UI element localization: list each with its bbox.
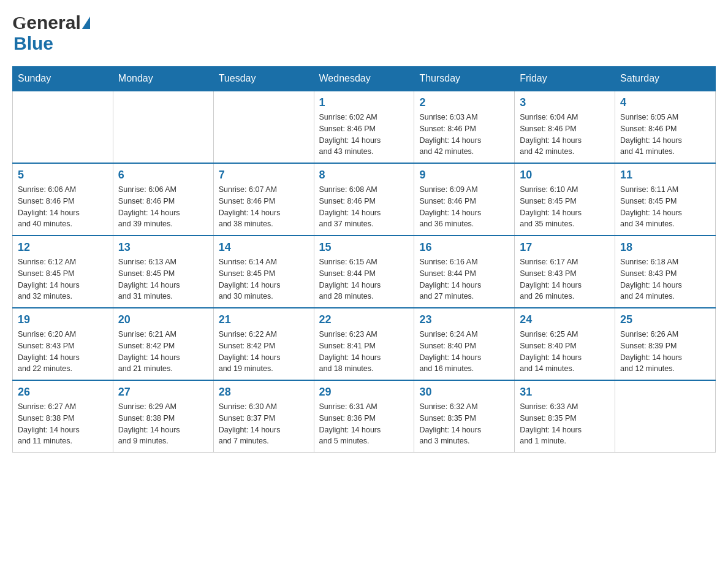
day-info: Sunrise: 6:06 AM Sunset: 8:46 PM Dayligh…: [18, 184, 108, 230]
day-number: 4: [620, 96, 710, 109]
day-number: 31: [520, 386, 610, 399]
calendar-cell: 6Sunrise: 6:06 AM Sunset: 8:46 PM Daylig…: [113, 163, 213, 236]
calendar-cell: 27Sunrise: 6:29 AM Sunset: 8:38 PM Dayli…: [113, 380, 213, 453]
day-info: Sunrise: 6:12 AM Sunset: 8:45 PM Dayligh…: [18, 256, 108, 302]
calendar-week-4: 19Sunrise: 6:20 AM Sunset: 8:43 PM Dayli…: [13, 308, 716, 380]
logo: G eneral Blue: [12, 12, 90, 54]
calendar-cell: 10Sunrise: 6:10 AM Sunset: 8:45 PM Dayli…: [515, 163, 615, 236]
day-number: 21: [219, 313, 309, 326]
calendar-week-2: 5Sunrise: 6:06 AM Sunset: 8:46 PM Daylig…: [13, 163, 716, 236]
calendar-cell: [213, 91, 314, 163]
day-number: 3: [520, 96, 610, 109]
day-info: Sunrise: 6:32 AM Sunset: 8:35 PM Dayligh…: [419, 401, 509, 447]
calendar-cell: 1Sunrise: 6:02 AM Sunset: 8:46 PM Daylig…: [314, 91, 414, 163]
day-info: Sunrise: 6:03 AM Sunset: 8:46 PM Dayligh…: [419, 112, 509, 158]
day-header-friday: Friday: [515, 67, 615, 91]
day-header-sunday: Sunday: [13, 67, 113, 91]
day-info: Sunrise: 6:06 AM Sunset: 8:46 PM Dayligh…: [118, 184, 208, 230]
logo-triangle-icon: [82, 17, 90, 29]
day-info: Sunrise: 6:24 AM Sunset: 8:40 PM Dayligh…: [419, 329, 509, 375]
day-info: Sunrise: 6:21 AM Sunset: 8:42 PM Dayligh…: [118, 329, 208, 375]
day-header-thursday: Thursday: [414, 67, 515, 91]
calendar-cell: 2Sunrise: 6:03 AM Sunset: 8:46 PM Daylig…: [414, 91, 515, 163]
day-number: 10: [520, 169, 610, 182]
calendar-cell: 25Sunrise: 6:26 AM Sunset: 8:39 PM Dayli…: [615, 308, 716, 380]
day-number: 23: [419, 313, 509, 326]
calendar-cell: 5Sunrise: 6:06 AM Sunset: 8:46 PM Daylig…: [13, 163, 113, 236]
day-info: Sunrise: 6:11 AM Sunset: 8:45 PM Dayligh…: [620, 184, 710, 230]
day-number: 26: [18, 386, 108, 399]
calendar-cell: 15Sunrise: 6:15 AM Sunset: 8:44 PM Dayli…: [314, 236, 414, 308]
calendar-week-3: 12Sunrise: 6:12 AM Sunset: 8:45 PM Dayli…: [13, 236, 716, 308]
day-info: Sunrise: 6:25 AM Sunset: 8:40 PM Dayligh…: [520, 329, 610, 375]
day-number: 16: [419, 241, 509, 254]
logo-eneral-text: eneral: [26, 12, 80, 33]
calendar-cell: 23Sunrise: 6:24 AM Sunset: 8:40 PM Dayli…: [414, 308, 515, 380]
calendar-cell: 22Sunrise: 6:23 AM Sunset: 8:41 PM Dayli…: [314, 308, 414, 380]
calendar-cell: 26Sunrise: 6:27 AM Sunset: 8:38 PM Dayli…: [13, 380, 113, 453]
day-info: Sunrise: 6:23 AM Sunset: 8:41 PM Dayligh…: [319, 329, 409, 375]
day-number: 15: [319, 241, 409, 254]
day-number: 29: [319, 386, 409, 399]
calendar-cell: 11Sunrise: 6:11 AM Sunset: 8:45 PM Dayli…: [615, 163, 716, 236]
day-header-saturday: Saturday: [615, 67, 716, 91]
day-number: 9: [419, 169, 509, 182]
calendar-body: 1Sunrise: 6:02 AM Sunset: 8:46 PM Daylig…: [13, 91, 716, 453]
calendar-cell: [13, 91, 113, 163]
calendar-cell: 20Sunrise: 6:21 AM Sunset: 8:42 PM Dayli…: [113, 308, 213, 380]
day-info: Sunrise: 6:30 AM Sunset: 8:37 PM Dayligh…: [219, 401, 309, 447]
calendar-cell: 24Sunrise: 6:25 AM Sunset: 8:40 PM Dayli…: [515, 308, 615, 380]
day-number: 17: [520, 241, 610, 254]
days-of-week-row: SundayMondayTuesdayWednesdayThursdayFrid…: [13, 67, 716, 91]
day-info: Sunrise: 6:17 AM Sunset: 8:43 PM Dayligh…: [520, 256, 610, 302]
day-number: 1: [319, 96, 409, 109]
day-number: 25: [620, 313, 710, 326]
calendar-cell: 13Sunrise: 6:13 AM Sunset: 8:45 PM Dayli…: [113, 236, 213, 308]
calendar-cell: 19Sunrise: 6:20 AM Sunset: 8:43 PM Dayli…: [13, 308, 113, 380]
day-info: Sunrise: 6:29 AM Sunset: 8:38 PM Dayligh…: [118, 401, 208, 447]
calendar-cell: 7Sunrise: 6:07 AM Sunset: 8:46 PM Daylig…: [213, 163, 314, 236]
calendar-header: SundayMondayTuesdayWednesdayThursdayFrid…: [13, 67, 716, 91]
calendar-cell: [113, 91, 213, 163]
day-number: 20: [118, 313, 208, 326]
calendar-cell: 31Sunrise: 6:33 AM Sunset: 8:35 PM Dayli…: [515, 380, 615, 453]
day-number: 13: [118, 241, 208, 254]
day-info: Sunrise: 6:22 AM Sunset: 8:42 PM Dayligh…: [219, 329, 309, 375]
calendar-cell: 29Sunrise: 6:31 AM Sunset: 8:36 PM Dayli…: [314, 380, 414, 453]
day-number: 8: [319, 169, 409, 182]
calendar-cell: 28Sunrise: 6:30 AM Sunset: 8:37 PM Dayli…: [213, 380, 314, 453]
calendar-cell: 4Sunrise: 6:05 AM Sunset: 8:46 PM Daylig…: [615, 91, 716, 163]
page-header: G eneral Blue: [12, 12, 716, 54]
calendar-week-5: 26Sunrise: 6:27 AM Sunset: 8:38 PM Dayli…: [13, 380, 716, 453]
day-number: 14: [219, 241, 309, 254]
day-info: Sunrise: 6:02 AM Sunset: 8:46 PM Dayligh…: [319, 112, 409, 158]
calendar-table: SundayMondayTuesdayWednesdayThursdayFrid…: [12, 66, 716, 453]
day-number: 6: [118, 169, 208, 182]
day-header-tuesday: Tuesday: [213, 67, 314, 91]
day-info: Sunrise: 6:20 AM Sunset: 8:43 PM Dayligh…: [18, 329, 108, 375]
calendar-cell: 16Sunrise: 6:16 AM Sunset: 8:44 PM Dayli…: [414, 236, 515, 308]
logo-blue-text: Blue: [12, 33, 53, 53]
day-number: 12: [18, 241, 108, 254]
calendar-cell: [615, 380, 716, 453]
day-number: 18: [620, 241, 710, 254]
day-number: 28: [219, 386, 309, 399]
calendar-cell: 14Sunrise: 6:14 AM Sunset: 8:45 PM Dayli…: [213, 236, 314, 308]
day-number: 7: [219, 169, 309, 182]
calendar-cell: 17Sunrise: 6:17 AM Sunset: 8:43 PM Dayli…: [515, 236, 615, 308]
day-header-wednesday: Wednesday: [314, 67, 414, 91]
day-number: 27: [118, 386, 208, 399]
day-info: Sunrise: 6:15 AM Sunset: 8:44 PM Dayligh…: [319, 256, 409, 302]
day-info: Sunrise: 6:18 AM Sunset: 8:43 PM Dayligh…: [620, 256, 710, 302]
day-info: Sunrise: 6:08 AM Sunset: 8:46 PM Dayligh…: [319, 184, 409, 230]
calendar-cell: 3Sunrise: 6:04 AM Sunset: 8:46 PM Daylig…: [515, 91, 615, 163]
calendar-cell: 30Sunrise: 6:32 AM Sunset: 8:35 PM Dayli…: [414, 380, 515, 453]
day-number: 5: [18, 169, 108, 182]
calendar-cell: 21Sunrise: 6:22 AM Sunset: 8:42 PM Dayli…: [213, 308, 314, 380]
calendar-cell: 8Sunrise: 6:08 AM Sunset: 8:46 PM Daylig…: [314, 163, 414, 236]
calendar-cell: 9Sunrise: 6:09 AM Sunset: 8:46 PM Daylig…: [414, 163, 515, 236]
day-header-monday: Monday: [113, 67, 213, 91]
day-info: Sunrise: 6:10 AM Sunset: 8:45 PM Dayligh…: [520, 184, 610, 230]
calendar-cell: 18Sunrise: 6:18 AM Sunset: 8:43 PM Dayli…: [615, 236, 716, 308]
day-number: 11: [620, 169, 710, 182]
